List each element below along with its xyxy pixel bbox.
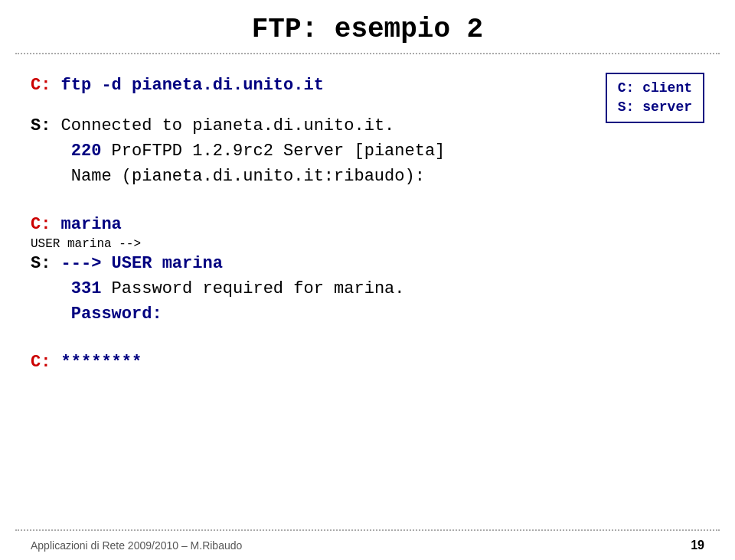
ftp-command-text: ftp -d pianeta.di.unito.it <box>51 76 323 95</box>
client-prefix-3: C: <box>31 353 51 372</box>
proftpd-text: 220 ProFTPD 1.2.9rc2 Server [pianeta] <box>31 142 445 161</box>
footer-text: Applicazioni di Rete 2009/2010 – M.Ribau… <box>31 539 242 552</box>
title-area: FTP: esempio 2 <box>0 0 735 53</box>
marina-command-text: marina <box>51 215 121 234</box>
main-content: C: client S: server C: ftp -d pianeta.di… <box>0 54 735 375</box>
password-prompt-text: Password: <box>31 304 162 324</box>
content-block: C: ftp -d pianeta.di.unito.it S: Connect… <box>31 73 704 375</box>
password-prompt-line: Password: <box>31 301 704 327</box>
proftpd-line: 220 ProFTPD 1.2.9rc2 Server [pianeta] <box>31 138 704 164</box>
connected-text: Connected to pianeta.di.unito.it. <box>51 116 394 135</box>
footer-page: 19 <box>691 539 704 552</box>
password-stars: ******** <box>51 353 142 372</box>
ftp-command-line: C: ftp -d pianeta.di.unito.it <box>31 73 704 98</box>
bottom-divider <box>15 529 720 531</box>
legend-server: S: server <box>618 98 692 117</box>
password-required-line: 331 Password required for marina. <box>31 276 704 301</box>
footer-area: Applicazioni di Rete 2009/2010 – M.Ribau… <box>0 539 735 552</box>
password-required-text: 331 Password required for marina. <box>31 279 405 298</box>
legend-box: C: client S: server <box>606 73 704 123</box>
name-line: Name (pianeta.di.unito.it:ribaudo): <box>31 164 704 189</box>
page-title: FTP: esempio 2 <box>252 14 483 45</box>
client-prefix-2: C: <box>31 215 51 234</box>
connected-line: S: Connected to pianeta.di.unito.it. <box>31 113 704 138</box>
password-input-line: C: ******** <box>31 350 704 375</box>
name-text: Name (pianeta.di.unito.it:ribaudo): <box>31 167 425 186</box>
page-container: FTP: esempio 2 C: client S: server C: ft… <box>0 0 735 560</box>
server-prefix-2: S: <box>31 254 51 273</box>
server-prefix-1: S: <box>31 116 51 135</box>
legend-client: C: client <box>618 79 692 98</box>
password-code: 331 <box>71 279 102 298</box>
proftpd-code: 220 <box>71 142 102 161</box>
marina-command-line: C: marina <box>31 212 704 237</box>
user-response-line: S: ---> USER marina <box>31 251 704 276</box>
user-response-text: ---> USER marina <box>51 254 222 273</box>
client-prefix-1: C: <box>31 76 51 95</box>
